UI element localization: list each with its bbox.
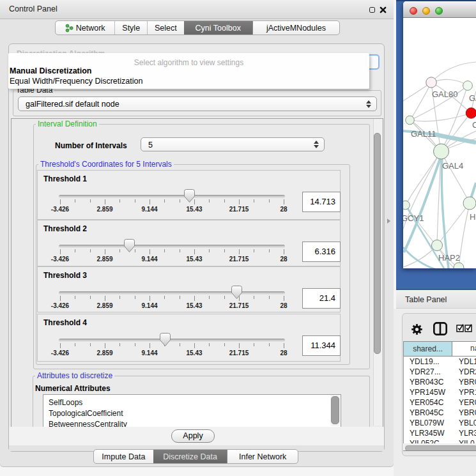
svg-text:GAL11: GAL11 <box>411 129 436 139</box>
svg-text:GAL4: GAL4 <box>442 161 463 171</box>
svg-text:GAL80: GAL80 <box>432 89 457 99</box>
svg-text:H: H <box>470 212 475 222</box>
svg-text:C: C <box>472 120 476 130</box>
svg-text:GCY1: GCY1 <box>403 213 424 223</box>
svg-text:GA: GA <box>469 93 476 103</box>
svg-text:HAP2: HAP2 <box>438 253 460 263</box>
